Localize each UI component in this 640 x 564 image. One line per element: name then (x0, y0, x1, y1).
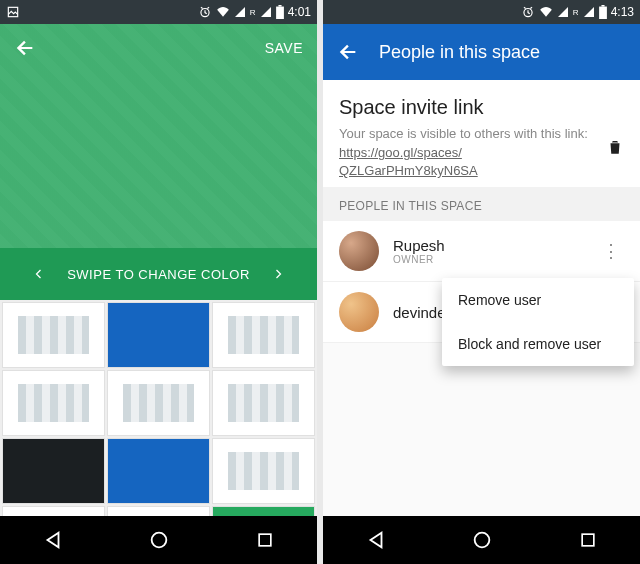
back-arrow-icon[interactable] (14, 37, 36, 59)
invite-link[interactable]: https://goo.gl/spaces/ QZLGarPHmY8kyN6SA (339, 145, 478, 178)
alarm-icon (521, 5, 535, 19)
signal2-icon (260, 6, 272, 18)
avatar (339, 231, 379, 271)
svg-rect-10 (582, 534, 594, 546)
chevron-right-icon[interactable] (272, 268, 284, 280)
people-section-header: PEOPLE IN THIS SPACE (323, 187, 640, 221)
back-arrow-icon[interactable] (337, 41, 359, 63)
chevron-left-icon[interactable] (33, 268, 45, 280)
invite-subtext: Your space is visible to others with thi… (339, 125, 588, 143)
alarm-icon (198, 5, 212, 19)
signal2-icon (583, 6, 595, 18)
status-right-icons: R 4:13 (521, 5, 634, 19)
wifi-icon (539, 5, 553, 19)
status-right-icons: R 4:01 (198, 5, 311, 19)
grid-tile[interactable] (212, 370, 315, 436)
nav-home-icon[interactable] (471, 529, 493, 551)
screen-people-in-space: R 4:13 People in this space Space invite… (323, 0, 640, 564)
r-badge-icon: R (250, 8, 256, 17)
grid-tile[interactable] (2, 302, 105, 368)
appbar-right: People in this space (323, 24, 640, 80)
more-vert-icon[interactable]: ⋮ (598, 240, 624, 262)
svg-rect-8 (601, 5, 604, 7)
status-bar-right: R 4:13 (323, 0, 640, 24)
r-badge-icon: R (573, 8, 579, 17)
grid-tile[interactable] (212, 438, 315, 504)
battery-icon (599, 5, 607, 19)
status-time: 4:01 (288, 5, 311, 19)
grid-tile[interactable] (2, 506, 105, 516)
nav-home-icon[interactable] (148, 529, 170, 551)
status-time: 4:13 (611, 5, 634, 19)
nav-back-icon[interactable] (365, 529, 387, 551)
grid-tile[interactable] (2, 370, 105, 436)
status-bar-left: R 4:01 (0, 0, 317, 24)
svg-rect-7 (599, 7, 607, 19)
avatar (339, 292, 379, 332)
invite-section: Space invite link Your space is visible … (323, 80, 640, 187)
svg-point-9 (475, 533, 490, 548)
wifi-icon (216, 5, 230, 19)
swipe-label: SWIPE TO CHANGE COLOR (67, 267, 250, 282)
person-role: OWNER (393, 254, 584, 265)
status-left-icons (6, 5, 20, 19)
nav-recent-icon[interactable] (255, 530, 275, 550)
menu-remove-user[interactable]: Remove user (442, 278, 634, 322)
grid-tile[interactable] (107, 438, 210, 504)
person-name: Rupesh (393, 237, 584, 254)
person-popup-menu: Remove user Block and remove user (442, 278, 634, 366)
signal-icon (234, 6, 246, 18)
save-button[interactable]: SAVE (265, 40, 303, 56)
image-grid[interactable] (0, 300, 317, 516)
grid-tile[interactable] (212, 506, 315, 516)
grid-tile[interactable] (107, 302, 210, 368)
grid-tile[interactable] (2, 438, 105, 504)
svg-rect-0 (8, 7, 17, 16)
battery-icon (276, 5, 284, 19)
empty-area (323, 343, 640, 516)
swipe-color-bar[interactable]: SWIPE TO CHANGE COLOR (0, 248, 317, 300)
grid-tile[interactable] (107, 370, 210, 436)
svg-rect-5 (259, 534, 271, 546)
nav-back-icon[interactable] (42, 529, 64, 551)
svg-rect-3 (278, 5, 281, 7)
grid-tile[interactable] (212, 302, 315, 368)
svg-rect-2 (276, 7, 284, 19)
android-navbar-right (323, 516, 640, 564)
invite-heading: Space invite link (339, 96, 624, 119)
screen-color-picker: R 4:01 SAVE SWIPE TO CHANGE COLOR (0, 0, 317, 564)
screenshot-icon (6, 5, 20, 19)
nav-recent-icon[interactable] (578, 530, 598, 550)
page-title: People in this space (379, 42, 540, 63)
appbar-left: SAVE (0, 24, 317, 72)
svg-point-4 (152, 533, 167, 548)
menu-block-remove-user[interactable]: Block and remove user (442, 322, 634, 366)
signal-icon (557, 6, 569, 18)
android-navbar-left (0, 516, 317, 564)
delete-link-icon[interactable] (606, 137, 624, 157)
grid-tile[interactable] (107, 506, 210, 516)
person-row-owner[interactable]: Rupesh OWNER ⋮ (323, 221, 640, 282)
